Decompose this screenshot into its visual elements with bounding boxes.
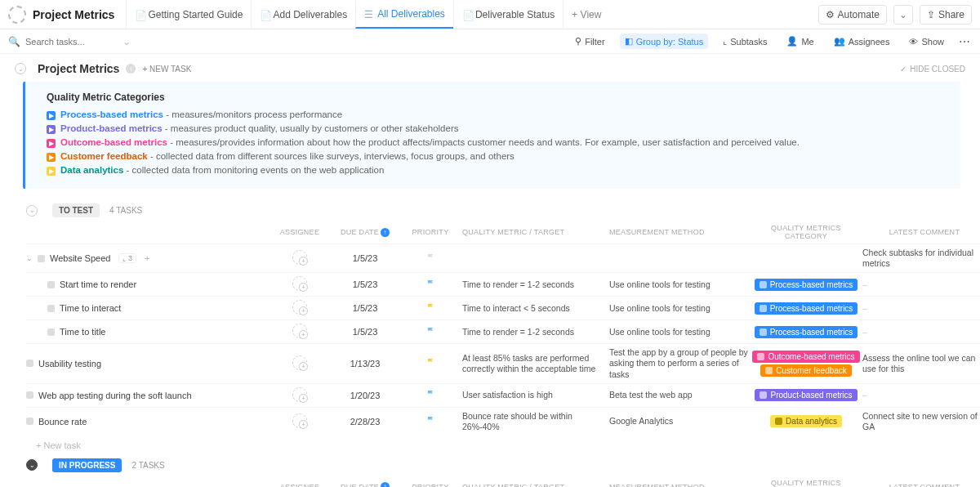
column-header[interactable] <box>26 484 271 487</box>
method-cell[interactable]: Beta test the web app <box>606 386 753 404</box>
me-button[interactable]: 👤Me <box>782 34 818 49</box>
column-header[interactable]: LATEST COMMENT <box>859 480 980 487</box>
category-cell[interactable]: Process-based metrics <box>753 323 859 342</box>
assignee-placeholder[interactable] <box>292 324 307 338</box>
status-pill[interactable]: IN PROGRESS <box>52 458 122 472</box>
assignee-cell[interactable] <box>271 352 328 375</box>
task-row[interactable]: Time to title1/5/23Time to render = 1-2 … <box>26 319 980 343</box>
subtask-count[interactable]: ⌞ 3 <box>118 253 136 263</box>
comment-cell[interactable]: – <box>859 276 980 293</box>
due-date-cell[interactable]: 1/5/23 <box>328 300 402 316</box>
column-header[interactable]: QUALITY METRIC / TARGET <box>459 225 606 239</box>
show-button[interactable]: 👁Show <box>904 34 949 49</box>
comment-cell[interactable]: – <box>859 386 980 404</box>
comment-cell[interactable]: Connect site to new version of GA <box>859 408 980 436</box>
share-button[interactable]: ⇪Share <box>920 5 972 25</box>
assignee-placeholder[interactable] <box>292 387 307 402</box>
column-header[interactable]: MEASUREMENT METHOD <box>606 225 753 239</box>
assignee-placeholder[interactable] <box>292 250 307 265</box>
tab-all-deliverables[interactable]: ☰All Deliverables <box>355 0 453 29</box>
filter-button[interactable]: ⚲Filter <box>570 34 609 49</box>
category-tag[interactable]: Customer feedback <box>760 364 852 377</box>
automate-button[interactable]: ⚙Automate <box>818 5 887 25</box>
status-square[interactable] <box>38 255 45 262</box>
category-tag[interactable]: Process-based metrics <box>755 279 858 291</box>
metric-cell[interactable]: Time to render = 1-2 seconds <box>459 276 606 293</box>
task-name-cell[interactable]: ⌄Website Speed⌞ 3+ <box>26 250 271 266</box>
status-square[interactable] <box>26 360 33 367</box>
column-header[interactable]: QUALITY METRICS CATEGORY <box>753 221 859 244</box>
category-cell[interactable]: Process-based metrics <box>753 299 859 318</box>
task-name-cell[interactable]: Time to title <box>26 324 271 340</box>
priority-flag-icon[interactable] <box>426 390 435 399</box>
collapse-caret[interactable]: ⌄ <box>15 63 26 74</box>
metric-cell[interactable]: Time to interact < 5 seconds <box>459 300 606 317</box>
chevron-down-icon[interactable]: ⌄ <box>122 36 131 47</box>
category-tag[interactable]: Product-based metrics <box>755 389 857 401</box>
due-date-cell[interactable]: 2/28/23 <box>328 413 402 430</box>
priority-flag-icon[interactable] <box>426 253 435 262</box>
task-name-cell[interactable]: Start time to render <box>26 276 271 293</box>
column-header[interactable] <box>26 229 271 235</box>
assignee-cell[interactable] <box>271 247 328 270</box>
priority-cell[interactable] <box>402 300 459 317</box>
metric-cell[interactable]: Time to render = 1-2 seconds <box>459 324 606 341</box>
expand-caret[interactable]: ⌄ <box>26 254 33 262</box>
task-row[interactable]: Usability testing1/13/23At least 85% tas… <box>26 343 980 382</box>
tab-add-deliverables[interactable]: 📄Add Deliverables <box>251 0 355 29</box>
comment-cell[interactable]: – <box>859 300 980 317</box>
info-icon[interactable]: i <box>126 64 136 74</box>
task-name-cell[interactable]: Web app testing during the soft launch <box>26 387 271 404</box>
column-header[interactable]: PRIORITY <box>402 225 459 239</box>
priority-flag-icon[interactable] <box>426 327 435 336</box>
due-date-cell[interactable]: 1/5/23 <box>328 276 402 293</box>
column-header[interactable]: QUALITY METRIC / TARGET <box>459 480 606 487</box>
due-date-cell[interactable]: 1/20/23 <box>328 387 402 404</box>
hide-closed-button[interactable]: ✓HIDE CLOSED <box>900 65 965 74</box>
metric-cell[interactable]: Bounce rate should be within 26%-40% <box>459 408 606 436</box>
priority-flag-icon[interactable] <box>426 303 435 312</box>
priority-cell[interactable] <box>402 355 459 372</box>
metric-cell[interactable]: User satisfaction is high <box>459 386 606 404</box>
task-name-cell[interactable]: Time to interact <box>26 300 271 316</box>
tab-deliverable-status[interactable]: 📄Deliverable Status <box>453 0 563 29</box>
add-subtask[interactable]: + <box>145 253 149 263</box>
priority-cell[interactable] <box>402 324 459 341</box>
task-row[interactable]: Bounce rate2/28/23Bounce rate should be … <box>26 407 980 436</box>
assignee-placeholder[interactable] <box>292 413 307 428</box>
category-cell[interactable]: Outcome-based metricsCustomer feedback <box>753 347 859 380</box>
category-tag[interactable]: Process-based metrics <box>755 302 858 315</box>
status-square[interactable] <box>47 305 55 312</box>
category-tag[interactable]: Outcome-based metrics <box>752 351 859 363</box>
assignee-placeholder[interactable] <box>292 276 307 291</box>
assignee-cell[interactable] <box>271 384 328 407</box>
column-header[interactable]: PRIORITY <box>402 480 459 487</box>
search-input[interactable] <box>25 37 118 47</box>
tab-getting-started[interactable]: 📄Getting Started Guide <box>126 0 251 29</box>
status-square[interactable] <box>26 391 33 399</box>
priority-flag-icon[interactable] <box>426 416 435 425</box>
status-square[interactable] <box>47 328 55 336</box>
column-header[interactable]: MEASUREMENT METHOD <box>606 480 753 487</box>
group-by-button[interactable]: ◧Group by: Status <box>620 34 709 49</box>
task-row[interactable]: Start time to render1/5/23Time to render… <box>26 272 980 296</box>
due-date-cell[interactable]: 1/13/23 <box>328 355 402 372</box>
search-box[interactable]: 🔍 ⌄ <box>8 36 131 47</box>
method-cell[interactable] <box>606 255 753 261</box>
method-cell[interactable]: Test the app by a group of people by ask… <box>606 344 753 382</box>
assignee-cell[interactable] <box>271 410 328 433</box>
category-cell[interactable]: Process-based metrics <box>753 275 859 294</box>
status-square[interactable] <box>47 281 55 288</box>
metric-cell[interactable]: At least 85% tasks are performed correct… <box>459 350 606 378</box>
task-row[interactable]: Web app testing during the soft launch1/… <box>26 383 980 407</box>
priority-cell[interactable] <box>402 413 459 430</box>
priority-flag-icon[interactable] <box>426 279 435 288</box>
due-date-cell[interactable]: 1/5/23 <box>328 324 402 340</box>
task-row[interactable]: Time to interact1/5/23Time to interact <… <box>26 296 980 319</box>
category-tag[interactable]: Process-based metrics <box>755 326 858 338</box>
column-header[interactable]: ASSIGNEE <box>271 480 328 487</box>
due-date-cell[interactable]: 1/5/23 <box>328 250 402 266</box>
method-cell[interactable]: Use online tools for testing <box>606 276 753 293</box>
new-task-row[interactable]: + New task <box>26 436 980 455</box>
status-square[interactable] <box>26 418 33 425</box>
